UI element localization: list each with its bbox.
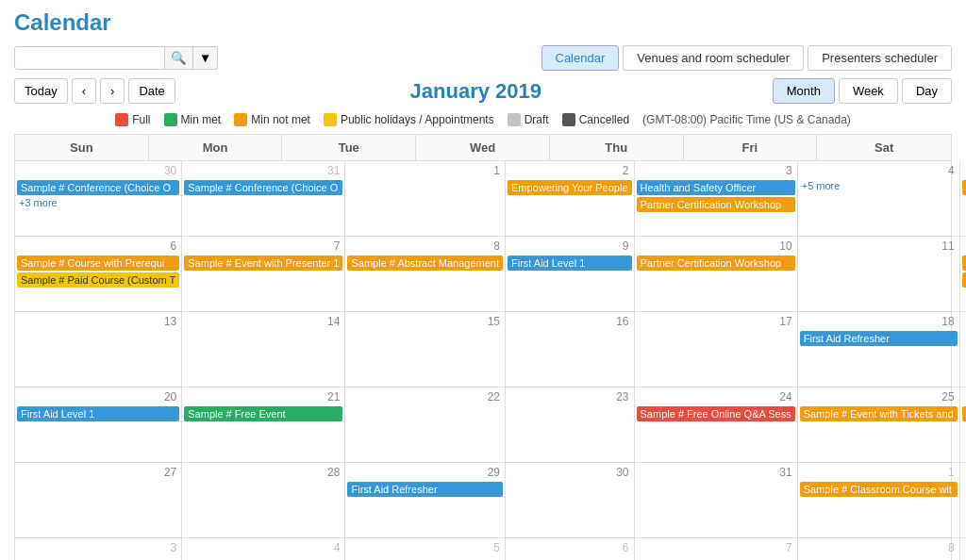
cal-cell-w0d2[interactable]: 1 bbox=[345, 161, 506, 237]
calendar-event[interactable]: Sample # Paid Course (Custom T bbox=[17, 272, 179, 288]
cal-cell-w3d6[interactable]: 26Sample # Product Demo (Webin bbox=[960, 387, 966, 463]
calendar-event[interactable]: Sample # Course (Team Applica bbox=[962, 180, 966, 195]
cal-cell-w3d2[interactable]: 22 bbox=[345, 387, 506, 463]
calendar-event[interactable]: Sample # Conference (Choice O bbox=[17, 180, 179, 195]
calendar-event[interactable]: First Aid Refresher bbox=[347, 482, 503, 497]
day-number: 4 bbox=[800, 163, 958, 178]
cal-cell-w1d3[interactable]: 9First Aid Level 1 bbox=[506, 237, 635, 312]
calendar-event[interactable]: Health and Safety Officer bbox=[637, 180, 795, 195]
cal-cell-w4d5[interactable]: 1Sample # Classroom Course wit bbox=[798, 463, 960, 538]
cal-cell-w0d4[interactable]: 3Health and Safety OfficerPartner Certif… bbox=[635, 161, 798, 237]
legend-public-dot bbox=[324, 113, 337, 126]
cal-cell-w3d5[interactable]: 25Sample # Event with Tickets and bbox=[798, 387, 960, 463]
calendar-event[interactable]: Partner Certification Workshop bbox=[637, 255, 795, 271]
cal-cell-w0d3[interactable]: 2Empowering Your People bbox=[506, 161, 635, 237]
cal-cell-w5d5[interactable]: 8 bbox=[798, 538, 960, 560]
cal-cell-w5d0[interactable]: 3 bbox=[15, 538, 182, 560]
today-button[interactable]: Today bbox=[14, 78, 68, 104]
cal-cell-w5d1[interactable]: 4 bbox=[182, 538, 345, 560]
calendar-event[interactable]: Sample # Conference (Choice O bbox=[184, 180, 342, 195]
day-number: 10 bbox=[637, 239, 795, 254]
cal-cell-w0d5[interactable]: 4+5 more bbox=[798, 161, 960, 237]
cal-cell-w2d0[interactable]: 13 bbox=[15, 312, 182, 387]
cal-cell-w5d6[interactable]: 9 bbox=[960, 538, 966, 560]
calendar-event[interactable]: Partner Certification Workshop bbox=[962, 272, 966, 288]
legend-cancelled-dot bbox=[562, 113, 575, 126]
calendar-event[interactable]: Empowering Your People bbox=[508, 180, 632, 195]
tab-venues[interactable]: Venues and room scheduler bbox=[623, 45, 804, 71]
cal-cell-w4d1[interactable]: 28 bbox=[182, 463, 345, 538]
calendar-event[interactable]: Sample # Abstract Management bbox=[347, 255, 503, 271]
day-number: 15 bbox=[347, 314, 503, 329]
cal-cell-w3d0[interactable]: 20First Aid Level 1 bbox=[15, 387, 182, 463]
header-fri: Fri bbox=[684, 135, 818, 160]
cal-cell-w0d0[interactable]: 30Sample # Conference (Choice O+3 more bbox=[15, 161, 182, 237]
cal-cell-w3d1[interactable]: 21Sample # Free Event bbox=[182, 387, 345, 463]
search-area: 🔍 ▼ bbox=[14, 46, 218, 70]
search-dropdown-button[interactable]: ▼ bbox=[193, 46, 218, 70]
cal-cell-w5d3[interactable]: 6 bbox=[506, 538, 635, 560]
cal-cell-w5d2[interactable]: 5 bbox=[345, 538, 506, 560]
cal-cell-w3d3[interactable]: 23 bbox=[506, 387, 635, 463]
day-number: 7 bbox=[637, 540, 795, 555]
cal-cell-w2d3[interactable]: 16 bbox=[506, 312, 635, 387]
nav-bar: Today ‹ › Date January 2019 Month Week D… bbox=[14, 78, 952, 104]
day-number: 13 bbox=[17, 314, 179, 329]
cal-cell-w1d0[interactable]: 6Sample # Course with PrerequiSample # P… bbox=[15, 237, 182, 312]
header-mon: Mon bbox=[149, 135, 283, 160]
cal-cell-w1d1[interactable]: 7Sample # Event with Presenter 1 bbox=[182, 237, 345, 312]
day-number: 16 bbox=[508, 314, 632, 329]
cal-cell-w1d4[interactable]: 10Partner Certification Workshop bbox=[635, 237, 798, 312]
date-button[interactable]: Date bbox=[128, 78, 175, 104]
legend: Full Min met Min not met Public holidays… bbox=[14, 113, 952, 126]
cal-cell-w4d0[interactable]: 27 bbox=[15, 463, 182, 538]
calendar-event[interactable]: Sample # Classroom Course wit bbox=[800, 482, 958, 497]
day-number: 18 bbox=[800, 314, 958, 329]
cal-cell-w1d2[interactable]: 8Sample # Abstract Management bbox=[345, 237, 506, 312]
cal-cell-w2d6[interactable]: 19 bbox=[960, 312, 966, 387]
next-button[interactable]: › bbox=[100, 78, 125, 104]
cal-cell-w4d3[interactable]: 30 bbox=[506, 463, 635, 538]
cal-cell-w5d4[interactable]: 7 bbox=[635, 538, 798, 560]
prev-button[interactable]: ‹ bbox=[72, 78, 96, 104]
calendar-event[interactable]: First Aid Level 1 bbox=[17, 406, 179, 421]
legend-full-label: Full bbox=[132, 113, 150, 126]
tab-presenters[interactable]: Presenters scheduler bbox=[808, 45, 952, 71]
calendar-event[interactable]: Sample # Certification Renewal bbox=[962, 255, 966, 271]
calendar-event[interactable]: Sample # Event with Presenter 1 bbox=[184, 255, 342, 271]
cal-cell-w2d1[interactable]: 14 bbox=[182, 312, 345, 387]
search-input[interactable] bbox=[14, 46, 165, 70]
cal-cell-w4d4[interactable]: 31 bbox=[635, 463, 798, 538]
view-month[interactable]: Month bbox=[773, 78, 835, 104]
legend-minmet-label: Min met bbox=[181, 113, 222, 126]
day-number: 8 bbox=[347, 239, 503, 254]
cal-cell-w4d2[interactable]: 29First Aid Refresher bbox=[345, 463, 506, 538]
search-button[interactable]: 🔍 bbox=[165, 46, 193, 70]
calendar-header: Sun Mon Tue Wed Thu Fri Sat bbox=[15, 135, 951, 161]
cal-cell-w2d4[interactable]: 17 bbox=[635, 312, 798, 387]
calendar-event[interactable]: First Aid Level 1 bbox=[508, 255, 632, 271]
calendar-event[interactable]: Sample # Product Demo (Webin bbox=[962, 406, 966, 421]
cal-cell-w2d5[interactable]: 18First Aid Refresher bbox=[798, 312, 960, 387]
view-week[interactable]: Week bbox=[839, 78, 898, 104]
cal-cell-w0d6[interactable]: 5Sample # Course (Team Applica bbox=[960, 161, 966, 237]
more-link[interactable]: +3 more bbox=[17, 197, 179, 208]
cal-cell-w1d5[interactable]: 11 bbox=[798, 237, 960, 312]
calendar-event[interactable]: First Aid Refresher bbox=[800, 331, 958, 346]
calendar-event[interactable]: Partner Certification Workshop bbox=[637, 197, 795, 212]
page-title: Calendar bbox=[14, 9, 952, 36]
tab-calendar[interactable]: Calendar bbox=[541, 45, 620, 71]
legend-draft: Draft bbox=[508, 113, 549, 126]
cal-cell-w2d2[interactable]: 15 bbox=[345, 312, 506, 387]
cal-cell-w0d1[interactable]: 31Sample # Conference (Choice O bbox=[182, 161, 345, 237]
day-number: 1 bbox=[347, 163, 503, 178]
calendar-event[interactable]: Sample # Free Event bbox=[184, 406, 342, 421]
calendar-event[interactable]: Sample # Course with Prerequi bbox=[17, 255, 179, 271]
view-day[interactable]: Day bbox=[902, 78, 952, 104]
cal-cell-w4d6[interactable]: 2 bbox=[960, 463, 966, 538]
calendar-event[interactable]: Sample # Event with Tickets and bbox=[800, 406, 958, 421]
more-link[interactable]: +5 more bbox=[800, 180, 958, 191]
calendar-event[interactable]: Sample # Free Online Q&A Sess bbox=[637, 406, 795, 421]
cal-cell-w3d4[interactable]: 24Sample # Free Online Q&A Sess bbox=[635, 387, 798, 463]
cal-cell-w1d6[interactable]: 12Sample # Certification RenewalPartner … bbox=[960, 237, 966, 312]
